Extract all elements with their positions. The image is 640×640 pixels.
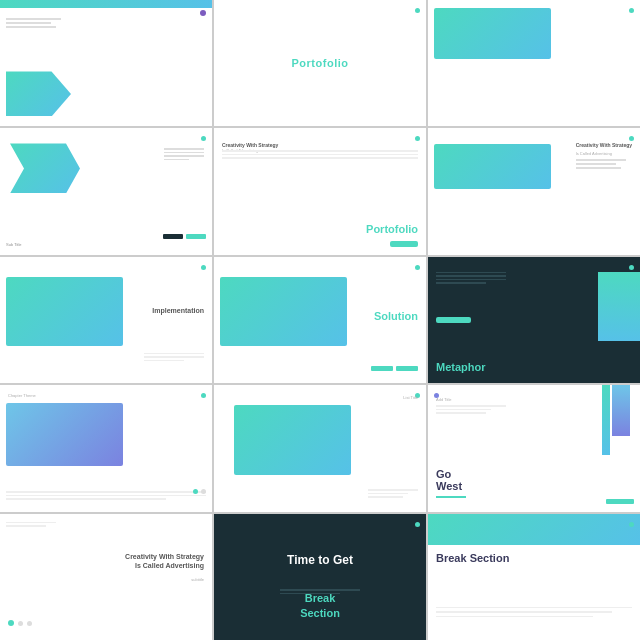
add-title: Add Title [436,397,452,402]
accent-dot [415,136,420,141]
slide-11: List Title [214,385,426,511]
gradient-strip [598,272,640,342]
slide-title: Metaphor [436,361,486,373]
accent-dot [629,8,634,13]
slide-10: Chapter Theme [0,385,212,511]
slide-title: GoWest [436,468,462,492]
gradient-rect [6,403,123,466]
break-section-title: BreakSection [300,591,340,620]
text-lines [368,489,418,500]
slide-3 [428,0,640,126]
slide-1 [0,0,212,126]
slide-title: Portofolio [292,57,349,69]
sub-text: Sub Title [6,242,22,247]
btn-2[interactable] [396,366,418,371]
text-lines [6,491,206,502]
slide-title: Creativity With StrategyIs Called Advert… [125,552,204,570]
slide-main-title: Time to Get [287,552,353,569]
arrow-shape [10,143,80,193]
text-lines [436,272,506,286]
gradient-rect [434,144,551,188]
text-block: Creativity With Strategy Is Called Adver… [576,142,632,171]
text-lines [436,405,506,416]
btn-dark[interactable] [163,234,183,239]
small-title: Chapter Theme [8,393,36,398]
arrow-shape [6,71,71,116]
slide-2: Portofolio [214,0,426,126]
accent-dot [415,522,420,527]
dot-1 [8,620,14,626]
action-btn[interactable] [606,499,634,504]
slide-12: Add Title GoWest [428,385,640,511]
slide-15: Break Section [428,514,640,640]
text-lines [164,148,204,162]
accent-dot [629,136,634,141]
gradient-rect-top [428,514,640,546]
slide-title: Implementation [152,307,204,314]
gradient-rect [434,8,551,59]
slide-8: Solution [214,257,426,383]
sub-text: subtitle [191,577,204,582]
gradient-rect [6,277,123,347]
slide-13: Creativity With StrategyIs Called Advert… [0,514,212,640]
btn-teal[interactable] [186,234,206,239]
slide-grid: Portofolio Sub Title Creativity With Str… [0,0,640,640]
gradient-rect [234,405,351,475]
dot-3 [27,621,32,626]
strip-1 [602,385,610,455]
slide-title: Solution [374,310,418,322]
dot-2 [18,621,23,626]
slide-title: Break Section [436,552,632,564]
text-lines [6,522,56,529]
action-btns [163,234,206,239]
action-btns [371,366,418,371]
accent-dot [629,522,634,527]
text-lines [144,353,204,364]
slide-title: Portofolio [366,223,418,235]
accent-dot [201,393,206,398]
action-btn[interactable] [436,317,471,323]
dot-row [193,489,206,494]
title-underline [436,496,466,498]
slide-6: Creativity With Strategy Is Called Adver… [428,128,640,254]
slide-9: Metaphor [428,257,640,383]
accent-dot [415,8,420,13]
gradient-bar [0,0,212,8]
accent-dot [201,265,206,270]
slide-14: Time to Get BreakSection [214,514,426,640]
accent-dot [200,10,206,16]
label: List Title [403,395,418,400]
gradient-rect [220,277,347,347]
btn-1[interactable] [371,366,393,371]
action-btn[interactable] [390,241,418,247]
slide-4: Sub Title [0,128,212,254]
text-lines [436,607,632,621]
accent-dot [415,265,420,270]
accent-dot [629,265,634,270]
slide-5: Creativity With Strategy Is Called Adver… [214,128,426,254]
text-lines [222,150,418,161]
text-lines [6,18,61,30]
slide-7: Implementation [0,257,212,383]
accent-dot [201,136,206,141]
strip-2 [612,385,630,436]
